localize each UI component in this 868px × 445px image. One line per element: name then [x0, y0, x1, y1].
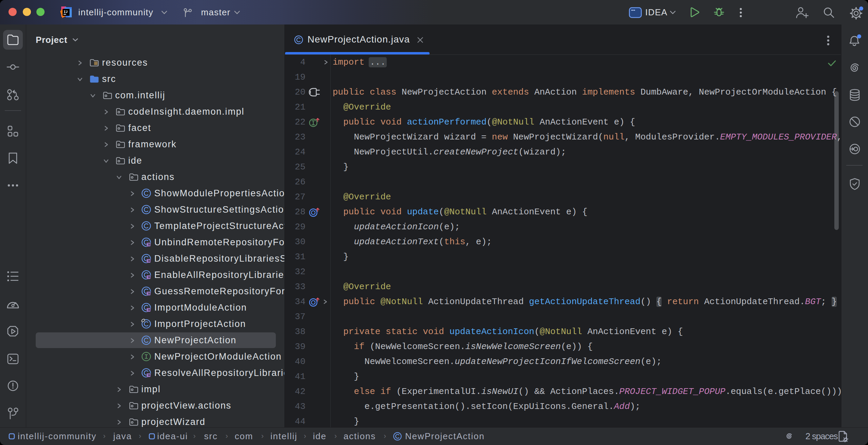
svg-text:IJ: IJ — [64, 10, 68, 14]
